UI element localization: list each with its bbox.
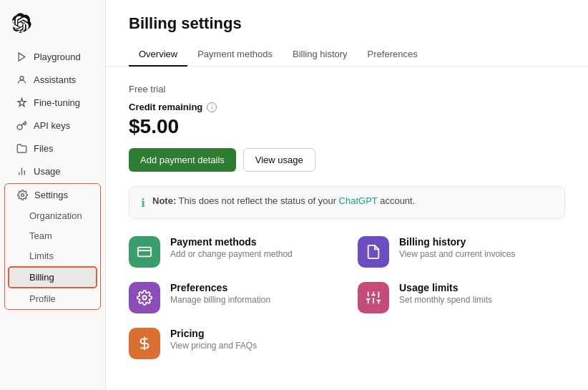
card-billing-history-text: Billing history View past and current in… [399,236,516,259]
tab-billing-history[interactable]: Billing history [283,43,358,67]
tab-payment-methods[interactable]: Payment methods [187,43,283,67]
card-title: Payment methods [170,236,293,248]
note-info-icon: ℹ [141,196,145,210]
note-text: Note: This does not reflect the status o… [152,195,415,206]
note-box: ℹ Note: This does not reflect the status… [129,186,565,219]
pricing-icon [129,328,160,359]
sidebar-item-playground[interactable]: Playground [4,46,101,67]
usage-icon [16,165,27,177]
card-pricing-text: Pricing View pricing and FAQs [170,328,257,351]
sub-item-label: Limits [29,250,54,261]
sidebar-item-api-keys[interactable]: API keys [4,114,101,136]
sidebar-item-label: Fine-tuning [34,97,80,108]
card-usage-limits-text: Usage limits Set monthly spend limits [399,282,492,305]
cards-grid: Payment methods Add or change payment me… [129,236,558,359]
card-desc: Manage billing information [170,295,270,305]
overview-content: Free trial Credit remaining i $5.00 Add … [106,67,588,390]
preferences-icon [129,282,160,313]
usage-limits-icon [358,282,389,313]
sidebar-sub-item-billing[interactable]: Billing [9,268,96,287]
files-icon [16,142,27,154]
sidebar-item-label: Files [34,143,53,154]
billing-history-icon [358,236,389,268]
main-content: Billing settings Overview Payment method… [106,0,588,390]
page-title: Billing settings [129,14,565,33]
card-usage-limits[interactable]: Usage limits Set monthly spend limits [358,282,558,313]
sidebar-item-label: API keys [34,120,70,131]
card-desc: View pricing and FAQs [170,341,257,351]
svg-point-1 [20,76,24,79]
chatgpt-link[interactable]: ChatGPT [339,195,378,206]
payment-methods-icon [129,236,160,268]
card-desc: View past and current invoices [399,249,516,259]
svg-point-5 [21,193,24,196]
tab-preferences[interactable]: Preferences [358,43,428,67]
card-title: Usage limits [399,282,492,293]
sub-item-label: Team [29,230,52,241]
card-pricing[interactable]: Pricing View pricing and FAQs [129,328,329,359]
settings-outline: Settings Organization Team Limits Billin… [4,183,101,310]
sub-item-label: Billing [29,272,54,283]
sidebar: Playground Assistants Fine-tuning API ke… [0,0,106,390]
sub-item-label: Organization [29,210,82,221]
page-header: Billing settings Overview Payment method… [106,0,588,67]
sidebar-sub-item-limits[interactable]: Limits [9,246,96,265]
card-preferences[interactable]: Preferences Manage billing information [129,282,329,313]
svg-point-8 [142,296,147,300]
card-desc: Set monthly spend limits [399,295,492,305]
tab-overview[interactable]: Overview [129,43,187,67]
tab-bar: Overview Payment methods Billing history… [129,43,565,66]
card-payment-methods[interactable]: Payment methods Add or change payment me… [129,236,329,268]
sidebar-item-label: Assistants [34,74,76,85]
card-title: Pricing [170,328,257,339]
logo[interactable] [0,9,105,45]
sidebar-item-assistants[interactable]: Assistants [4,69,101,90]
card-payment-text: Payment methods Add or change payment me… [170,236,293,259]
card-preferences-text: Preferences Manage billing information [170,282,270,305]
sidebar-item-label: Settings [34,190,68,200]
add-payment-button[interactable]: Add payment details [129,148,236,172]
sidebar-item-files[interactable]: Files [4,137,101,159]
card-title: Billing history [399,236,516,248]
sidebar-item-label: Usage [34,166,61,177]
sidebar-item-label: Playground [34,52,81,62]
svg-rect-6 [138,248,151,257]
sidebar-item-fine-tuning[interactable]: Fine-tuning [4,92,101,113]
sidebar-item-usage[interactable]: Usage [4,160,101,182]
credit-remaining-label: Credit remaining [129,102,202,112]
card-desc: Add or change payment method [170,249,293,259]
sidebar-sub-item-profile[interactable]: Profile [9,289,96,308]
svg-marker-0 [19,52,25,60]
sub-item-label: Profile [29,293,56,304]
card-title: Preferences [170,282,270,293]
playground-icon [16,51,27,62]
view-usage-button[interactable]: View usage [243,148,315,172]
sidebar-item-settings[interactable]: Settings [5,184,100,205]
credit-remaining-row: Credit remaining i [129,102,565,112]
settings-icon [16,189,28,200]
sidebar-sub-item-team[interactable]: Team [9,226,96,245]
api-keys-icon [16,120,27,131]
free-trial-label: Free trial [129,84,565,94]
fine-tuning-icon [16,97,27,108]
card-billing-history[interactable]: Billing history View past and current in… [358,236,558,268]
sidebar-sub-item-organization[interactable]: Organization [9,206,96,225]
action-buttons: Add payment details View usage [129,148,565,172]
credit-amount: $5.00 [129,115,565,138]
credit-info-icon[interactable]: i [207,102,217,112]
assistants-icon [16,74,27,85]
